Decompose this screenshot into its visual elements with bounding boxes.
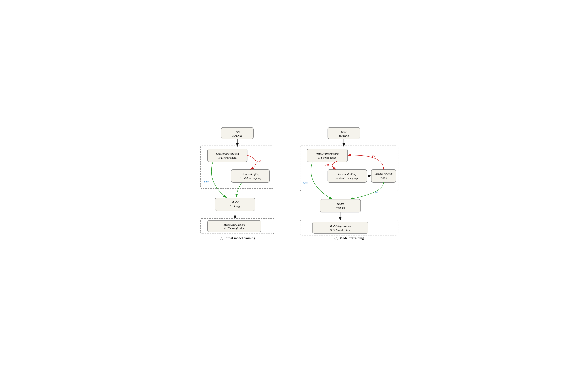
- b-caption: (b) Model retraining: [334, 236, 364, 240]
- b-model-reg-label1: Model Registration: [329, 225, 351, 228]
- a-data-scraping-label: Data: [234, 130, 240, 134]
- a-model-reg-label1: Model Registration: [223, 223, 245, 226]
- diagram-b-svg: Data Scraping Dataset Registration & Lic…: [297, 124, 401, 244]
- diagram-a-svg: Data Scraping Dataset Registration & Lic…: [198, 124, 277, 244]
- b-model-training-box: [320, 199, 361, 212]
- a-dataset-reg-label2: & License check: [218, 156, 237, 159]
- b-license-renewal-label1: License renewal: [375, 172, 393, 175]
- b-license-draft-label2: & Bilateral signing: [337, 176, 358, 180]
- b-arrow-fail1: [332, 161, 338, 169]
- a-caption: (a) Initial model training: [220, 236, 255, 240]
- b-dataset-reg-label1: Dataset Registration: [316, 152, 339, 155]
- b-fail-label2: Fail: [372, 155, 376, 158]
- b-data-scraping-label: Data: [341, 130, 347, 134]
- b-license-renewal-label2: check: [381, 176, 387, 179]
- a-arrow-pass1: [212, 162, 227, 198]
- b-license-draft-box: [328, 169, 367, 183]
- b-license-draft-label1: License drafting: [338, 173, 356, 176]
- a-license-draft-label2: & Bilateral signing: [240, 176, 261, 180]
- b-dataset-reg-label2: & License check: [318, 156, 337, 159]
- b-pass-label1: Pass: [303, 182, 308, 184]
- b-model-reg-label2: & CO Notification: [330, 229, 350, 231]
- b-pass-label2: Pass: [374, 191, 378, 193]
- a-model-reg-label2: & CO Notification: [224, 227, 245, 230]
- a-model-training-box: [215, 198, 255, 211]
- b-model-training-label1: Model: [337, 202, 344, 205]
- a-model-training-label1: Model: [231, 201, 239, 204]
- diagram-b-section: Data Scraping Dataset Registration & Lic…: [297, 124, 401, 244]
- a-arrow-pass2: [237, 183, 242, 197]
- b-fail-label1: Fail: [325, 164, 329, 166]
- a-license-draft-box: [231, 169, 270, 183]
- a-license-draft-label1: License drafting: [241, 173, 259, 176]
- a-dataset-reg-label1: Dataset Registration: [216, 152, 239, 155]
- a-arrow-fail: [247, 155, 256, 169]
- a-data-scraping-label2: Scraping: [232, 134, 242, 137]
- b-model-training-label2: Training: [336, 206, 345, 209]
- b-arrow-fail2: [347, 155, 384, 169]
- a-pass-label: Pass: [204, 180, 209, 183]
- main-container: Data Scraping Dataset Registration & Lic…: [187, 124, 401, 244]
- b-data-scraping-label2: Scraping: [339, 134, 349, 137]
- a-fail-label: Fail: [256, 160, 261, 163]
- diagram-a-section: Data Scraping Dataset Registration & Lic…: [187, 124, 288, 244]
- a-model-training-label2: Training: [230, 205, 240, 208]
